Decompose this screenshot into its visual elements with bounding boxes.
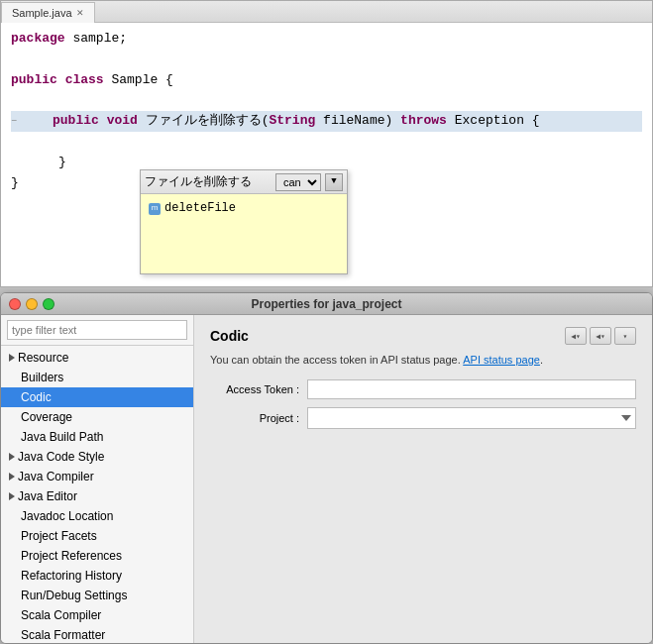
- sidebar-label-java-build-path: Java Build Path: [21, 430, 103, 444]
- sidebar-label-java-compiler: Java Compiler: [18, 470, 94, 483]
- sidebar-label-codic: Codic: [21, 390, 52, 404]
- expand-icon-java-editor: [9, 492, 15, 500]
- kw-string: String: [269, 113, 315, 128]
- code-line-blank2: [11, 90, 642, 111]
- expand-icon-resource: [9, 354, 15, 362]
- sidebar-item-coverage[interactable]: Coverage: [1, 407, 193, 427]
- code-line-1: package sample;: [11, 29, 642, 50]
- sidebar-label-project-facets: Project Facets: [21, 529, 97, 543]
- sidebar-item-builders[interactable]: Builders: [1, 368, 193, 387]
- access-token-label: Access Token :: [210, 383, 299, 395]
- autocomplete-list: m deleteFile: [141, 194, 347, 273]
- method-icon: m: [149, 203, 161, 215]
- close-icon[interactable]: ✕: [76, 8, 84, 18]
- properties-content: Codic ◀▾ ◀▾ ▾ You can obtain the access …: [194, 315, 652, 643]
- sidebar-label-coverage: Coverage: [21, 410, 72, 424]
- sidebar-label-scala-compiler: Scala Compiler: [21, 608, 101, 622]
- close-button[interactable]: [9, 298, 21, 310]
- eclipse-editor: Sample.java ✕ package sample; public cla…: [0, 0, 653, 287]
- sidebar-label-java-code-style: Java Code Style: [18, 450, 104, 464]
- properties-body: Resource Builders Codic Coverage Java Bu…: [1, 315, 652, 643]
- nav-buttons: ◀▾ ◀▾ ▾: [565, 327, 636, 345]
- sidebar-label-scala-formatter: Scala Formatter: [21, 628, 105, 642]
- sidebar-item-java-build-path[interactable]: Java Build Path: [1, 427, 193, 447]
- autocomplete-popup[interactable]: ファイルを削除する can can ▼ m deleteFile: [140, 169, 348, 274]
- nav-menu-btn[interactable]: ▾: [614, 327, 636, 345]
- collapse-arrow[interactable]: −: [11, 114, 23, 130]
- autocomplete-dropdown[interactable]: can can: [275, 173, 321, 191]
- sidebar-item-java-code-style[interactable]: Java Code Style: [1, 447, 193, 467]
- kw-public: public: [11, 70, 57, 91]
- expand-icon-java-compiler: [9, 473, 15, 481]
- autocomplete-title: ファイルを削除する: [145, 172, 272, 191]
- sidebar-label-resource: Resource: [18, 351, 68, 365]
- sidebar-items-list: Resource Builders Codic Coverage Java Bu…: [1, 346, 193, 643]
- nav-next-btn[interactable]: ◀▾: [590, 327, 611, 345]
- sidebar-item-javadoc-location[interactable]: Javadoc Location: [1, 506, 193, 526]
- editor-tab-bar: Sample.java ✕: [1, 1, 652, 23]
- autocomplete-item-deleteFile[interactable]: m deleteFile: [141, 197, 347, 220]
- sidebar-item-project-references[interactable]: Project References: [1, 546, 193, 566]
- project-label: Project :: [210, 412, 299, 424]
- sidebar-label-builders: Builders: [21, 371, 63, 384]
- sidebar-item-java-compiler[interactable]: Java Compiler: [1, 467, 193, 486]
- sidebar-label-javadoc-location: Javadoc Location: [21, 509, 113, 523]
- kw-throws: throws: [400, 113, 447, 128]
- properties-sidebar: Resource Builders Codic Coverage Java Bu…: [1, 315, 194, 643]
- tab-label: Sample.java: [12, 7, 72, 19]
- project-select[interactable]: [307, 407, 636, 429]
- sidebar-item-scala-formatter[interactable]: Scala Formatter: [1, 625, 193, 643]
- maximize-button[interactable]: [43, 298, 54, 310]
- kw-public2: public: [53, 113, 99, 128]
- autocomplete-expand-btn[interactable]: ▼: [325, 173, 343, 191]
- properties-dialog: Properties for java_project Resource Bui…: [0, 292, 653, 644]
- sidebar-filter-area: [1, 315, 193, 346]
- sidebar-label-java-editor: Java Editor: [18, 489, 77, 503]
- code-line-method: − public void ファイルを削除する(String fileName)…: [11, 111, 642, 132]
- project-row: Project :: [210, 407, 636, 429]
- code-line-3: public class Sample {: [11, 70, 642, 91]
- minimize-button[interactable]: [26, 298, 38, 310]
- api-status-link[interactable]: API status page: [463, 354, 540, 366]
- editor-content[interactable]: package sample; public class Sample { − …: [1, 23, 652, 199]
- window-controls: [9, 298, 54, 310]
- code-line-blank1: [11, 50, 642, 70]
- autocomplete-item-label: deleteFile: [164, 199, 236, 218]
- access-token-row: Access Token :: [210, 379, 636, 399]
- sidebar-item-run-debug[interactable]: Run/Debug Settings: [1, 586, 193, 605]
- content-title: Codic: [210, 328, 249, 344]
- autocomplete-header: ファイルを削除する can can ▼: [141, 170, 347, 194]
- sidebar-label-project-references: Project References: [21, 549, 122, 563]
- expand-icon-java-code-style: [9, 453, 15, 461]
- sample-java-tab[interactable]: Sample.java ✕: [1, 2, 95, 24]
- code-line-blank3: [11, 132, 642, 153]
- filter-input[interactable]: [7, 320, 187, 340]
- access-token-input[interactable]: [307, 379, 636, 399]
- sidebar-item-scala-compiler[interactable]: Scala Compiler: [1, 605, 193, 625]
- sidebar-item-project-facets[interactable]: Project Facets: [1, 526, 193, 546]
- kw-class: class: [65, 70, 104, 91]
- kw-void: void: [107, 113, 138, 128]
- content-header: Codic ◀▾ ◀▾ ▾: [210, 327, 636, 345]
- sidebar-item-refactoring-history[interactable]: Refactoring History: [1, 566, 193, 586]
- nav-prev-btn[interactable]: ◀▾: [565, 327, 587, 345]
- sidebar-label-refactoring-history: Refactoring History: [21, 569, 122, 583]
- sidebar-item-java-editor[interactable]: Java Editor: [1, 486, 193, 506]
- keyword-package: package: [11, 29, 65, 50]
- dialog-title: Properties for java_project: [251, 297, 401, 311]
- content-description: You can obtain the access token in API s…: [210, 353, 636, 368]
- sidebar-item-resource[interactable]: Resource: [1, 348, 193, 368]
- sidebar-label-run-debug: Run/Debug Settings: [21, 589, 127, 602]
- sidebar-item-codic[interactable]: Codic: [1, 387, 193, 407]
- properties-titlebar: Properties for java_project: [1, 293, 652, 315]
